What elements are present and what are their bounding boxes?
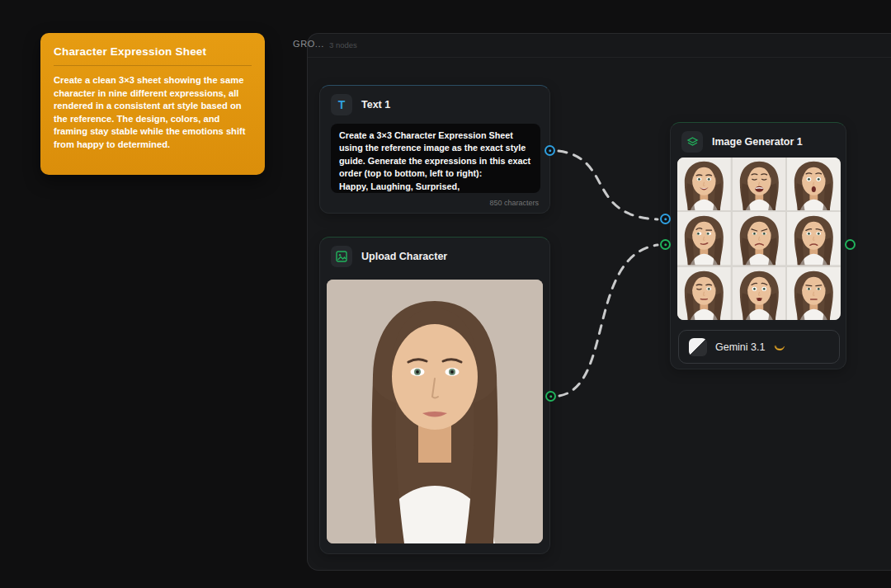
image-generator-node[interactable]: Image Generator 1 [670, 122, 846, 369]
expression-cell-surprised [787, 158, 841, 210]
expression-cell-wink [677, 267, 731, 320]
letter-t-icon: T [338, 99, 346, 111]
banana-icon [773, 341, 785, 353]
sticky-note-divider [54, 65, 252, 66]
upload-node-header[interactable]: Upload Character [320, 238, 549, 275]
expression-cell-skeptical [677, 212, 731, 265]
expression-cell-angry [733, 212, 786, 265]
group-node-count: 3 nodes [329, 40, 357, 49]
upload-character-node[interactable]: Upload Character [319, 237, 550, 554]
generator-node-header[interactable]: Image Generator 1 [671, 123, 846, 161]
group-header-divider [308, 57, 891, 58]
sticky-note[interactable]: Character Expression Sheet Create a clea… [40, 33, 265, 175]
gemini-model-icon [689, 338, 707, 356]
generator-node-icon [681, 131, 703, 153]
sticky-note-body: Create a clean 3×3 sheet showing the sam… [54, 74, 252, 152]
expression-cell-happy [677, 158, 731, 210]
group-title[interactable]: GRO... [293, 39, 324, 49]
upload-output-port[interactable] [545, 391, 556, 402]
generator-output-port[interactable] [845, 239, 856, 250]
sticky-note-title: Character Expression Sheet [54, 45, 252, 58]
expression-sheet-result[interactable] [677, 158, 841, 320]
text-node[interactable]: T Text 1 Create a 3×3 Character Expressi… [319, 85, 550, 214]
generator-image-input-port[interactable] [660, 239, 671, 250]
expression-cell-determined [787, 267, 841, 320]
expression-cell-worried [733, 267, 786, 320]
prompt-textarea[interactable]: Create a 3×3 Character Expression Sheet … [331, 124, 540, 193]
expression-cell-laughing [733, 158, 786, 210]
text-output-port[interactable] [544, 145, 555, 156]
model-name: Gemini 3.1 [715, 341, 765, 353]
text-node-header[interactable]: T Text 1 [320, 86, 549, 124]
character-counter: 850 characters [489, 199, 539, 207]
model-selector[interactable]: Gemini 3.1 [678, 330, 840, 364]
layers-icon [686, 136, 699, 148]
reference-portrait-image[interactable] [327, 280, 543, 543]
image-icon [336, 251, 347, 262]
generator-node-title: Image Generator 1 [712, 136, 803, 148]
expression-cell-sad [787, 212, 841, 265]
text-node-title: Text 1 [361, 99, 390, 111]
text-node-icon: T [331, 94, 352, 115]
generator-text-input-port[interactable] [660, 214, 671, 224]
upload-node-icon [331, 246, 352, 267]
upload-node-title: Upload Character [361, 251, 447, 262]
